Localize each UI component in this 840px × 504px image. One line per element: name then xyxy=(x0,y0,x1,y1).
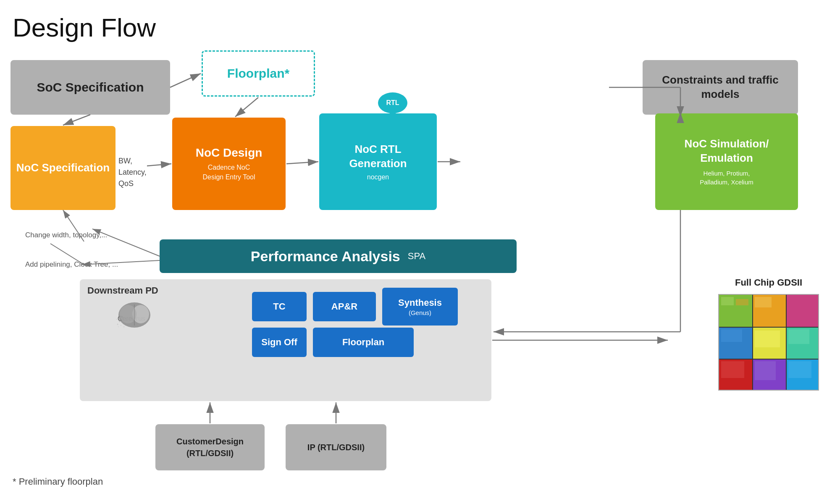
svg-rect-33 xyxy=(788,361,811,378)
svg-line-36 xyxy=(170,74,201,87)
noc-rtl-box: NoC RTLGeneration nocgen xyxy=(319,113,437,210)
svg-line-39 xyxy=(147,164,171,166)
ip-box: IP (RTL/GDSII) xyxy=(286,424,386,470)
noc-design-sublabel: Cadence NoCDesign Entry Tool xyxy=(202,163,255,182)
noc-simulation-label: NoC Simulation/Emulation xyxy=(685,137,769,165)
full-chip-label: Full Chip GDSII xyxy=(718,277,819,288)
svg-rect-32 xyxy=(755,361,776,380)
svg-line-37 xyxy=(235,97,258,117)
floorplan-top-label: Floorplan* xyxy=(227,66,289,81)
floorplan-top-box: Floorplan* xyxy=(202,50,315,97)
svg-rect-14 xyxy=(786,295,819,327)
ip-label: IP (RTL/GDSII) xyxy=(307,443,365,452)
svg-rect-30 xyxy=(788,329,809,344)
brain-icon xyxy=(113,294,155,332)
svg-point-3 xyxy=(121,316,123,318)
apar-label: AP&R xyxy=(331,301,357,312)
performance-analysis-label: Performance Analysis xyxy=(251,248,400,265)
noc-simulation-box: NoC Simulation/Emulation Helium, Protium… xyxy=(655,113,798,210)
svg-rect-29 xyxy=(755,331,780,347)
svg-point-7 xyxy=(123,326,125,328)
synthesis-box: Synthesis (Genus) xyxy=(382,288,458,326)
tc-label: TC xyxy=(273,301,285,312)
svg-point-9 xyxy=(118,326,119,327)
synthesis-label: Synthesis xyxy=(398,297,442,308)
footnote: * Preliminary floorplan xyxy=(13,476,103,487)
spa-label: SPA xyxy=(408,251,425,262)
synthesis-sublabel: (Genus) xyxy=(409,309,431,316)
svg-line-38 xyxy=(63,115,90,125)
rtl-bubble: RTL xyxy=(378,92,407,113)
change-width-label: Change width, topology,... xyxy=(25,231,107,239)
performance-analysis-box: Performance Analysis SPA xyxy=(160,239,517,273)
svg-rect-25 xyxy=(721,297,734,305)
constraints-box: Constraints and traffic models xyxy=(643,60,798,115)
svg-point-2 xyxy=(120,305,136,323)
floorplan-label: Floorplan xyxy=(342,337,384,348)
signoff-box: Sign Off xyxy=(252,328,307,357)
add-pipeline-label: Add pipelining, Clock Tree, ... xyxy=(25,260,118,269)
apar-box: AP&R xyxy=(313,292,376,321)
constraints-label: Constraints and traffic models xyxy=(643,73,798,102)
floorplan-box: Floorplan xyxy=(313,328,414,357)
noc-simulation-sublabel: Helium, Protium,Palladium, Xcelium xyxy=(700,169,753,186)
svg-rect-28 xyxy=(721,329,742,342)
page-title: Design Flow xyxy=(13,13,156,42)
customer-design-label: CustomerDesign(RTL/GDSII) xyxy=(176,436,244,459)
tc-box: TC xyxy=(252,292,307,321)
bw-latency-qos-label: BW,Latency,QoS xyxy=(118,155,147,189)
svg-line-40 xyxy=(286,162,318,164)
svg-rect-26 xyxy=(736,299,748,305)
noc-rtl-label: NoC RTLGeneration xyxy=(349,142,407,171)
svg-point-6 xyxy=(121,325,121,326)
svg-point-8 xyxy=(116,319,117,320)
noc-specification-label: NoC Specification xyxy=(16,161,110,175)
customer-design-box: CustomerDesign(RTL/GDSII) xyxy=(155,424,265,470)
noc-design-box: NoC Design Cadence NoCDesign Entry Tool xyxy=(172,118,286,210)
svg-rect-31 xyxy=(721,361,744,378)
soc-specification-box: SoC Specification xyxy=(10,60,170,115)
soc-specification-label: SoC Specification xyxy=(37,80,144,94)
svg-rect-27 xyxy=(755,297,772,307)
noc-rtl-sublabel: nocgen xyxy=(367,173,389,181)
signoff-label: Sign Off xyxy=(261,337,297,348)
noc-design-label: NoC Design xyxy=(196,146,262,160)
svg-point-4 xyxy=(119,320,121,322)
svg-point-5 xyxy=(117,324,118,325)
full-chip-image xyxy=(718,294,819,391)
noc-specification-box: NoC Specification xyxy=(10,126,116,210)
